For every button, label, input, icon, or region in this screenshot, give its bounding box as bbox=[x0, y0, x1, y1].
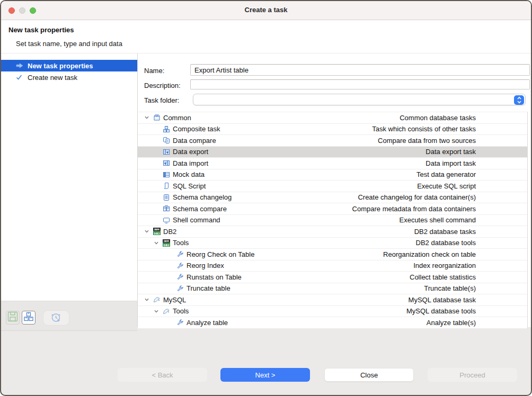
tree-row-reorg-index[interactable]: Reorg IndexIndex reorganization bbox=[138, 260, 527, 272]
tree-row-mock-data[interactable]: Mock dataTest data generator bbox=[138, 169, 527, 181]
save-task-button[interactable] bbox=[6, 311, 20, 325]
tree-row-description: Data export task bbox=[425, 148, 527, 156]
shell-command-icon bbox=[163, 217, 170, 224]
svg-text:IBM: IBM bbox=[154, 229, 159, 231]
schema-compare-icon bbox=[163, 205, 170, 212]
task-group-icon bbox=[23, 311, 34, 324]
tree-row-description: MySQL database task bbox=[409, 296, 527, 304]
tree-row-data-import[interactable]: Data importData import task bbox=[138, 158, 527, 169]
tree-row-reorg-check-on-table[interactable]: Reorg Check on TableReorganization check… bbox=[138, 249, 527, 260]
wizard-header: New task properties Set task name, type … bbox=[1, 20, 531, 53]
db2-icon: IBMDB2 bbox=[163, 239, 170, 247]
tree-row-description: Reorganization check on table bbox=[383, 250, 527, 258]
tree-row-label: Tools bbox=[173, 307, 189, 315]
tree-row-label: DB2 bbox=[163, 228, 176, 236]
tree-row-label: Data import bbox=[173, 159, 208, 167]
data-import-icon bbox=[163, 159, 170, 167]
chevron-down-icon[interactable] bbox=[143, 114, 150, 121]
tree-row-label: Data export bbox=[173, 148, 208, 156]
tree-row-tools[interactable]: IBMDB2ToolsDB2 database tools bbox=[138, 238, 527, 249]
tree-row-label: Schema compare bbox=[173, 205, 227, 213]
tree-row-schema-compare[interactable]: Schema compareCompare metadata from data… bbox=[138, 203, 527, 215]
schema-changelog-icon bbox=[163, 194, 170, 201]
scheduler-button[interactable] bbox=[43, 310, 69, 326]
tree-row-label: SQL Script bbox=[173, 182, 206, 190]
sql-script-icon bbox=[163, 182, 170, 190]
wizard-steps-sidebar: New task properties Create new task bbox=[1, 53, 137, 301]
mysql-icon bbox=[153, 296, 161, 303]
data-export-icon bbox=[163, 148, 170, 156]
tree-row-label: Runstats on Table bbox=[187, 273, 242, 281]
tree-row-label: Shell command bbox=[173, 216, 220, 224]
data-compare-icon bbox=[163, 137, 170, 144]
description-input[interactable] bbox=[190, 79, 530, 89]
task-folder-label: Task folder: bbox=[144, 96, 179, 104]
chevron-down-icon[interactable] bbox=[153, 239, 160, 247]
scheduler-icon bbox=[50, 311, 63, 326]
svg-text:DB2: DB2 bbox=[163, 244, 170, 247]
tree-row-shell-command[interactable]: Shell commandExecutes shell command bbox=[138, 215, 527, 227]
tree-row-db2[interactable]: IBMDB2DB2DB2 database tasks bbox=[138, 226, 527, 238]
step-label: New task properties bbox=[28, 62, 93, 70]
tree-row-description: Execute SQL script bbox=[417, 182, 527, 190]
tree-row-mysql[interactable]: MySQLMySQL database task bbox=[138, 294, 527, 306]
page-subtitle: Set task name, type and input data bbox=[16, 40, 122, 48]
tree-row-label: Composite task bbox=[173, 125, 220, 133]
tree-row-tools[interactable]: ToolsMySQL database tools bbox=[138, 306, 527, 318]
tree-row-schema-changelog[interactable]: Schema changelogCreate changelog for dat… bbox=[138, 192, 527, 204]
tree-row-label: Common bbox=[163, 114, 191, 122]
wrench-icon bbox=[176, 319, 184, 326]
tree-row-data-compare[interactable]: Data compareCompare data from two source… bbox=[138, 135, 527, 147]
close-button[interactable]: Close bbox=[324, 368, 414, 382]
tree-row-analyze-table[interactable]: Analyze tableAnalyze table(s) bbox=[138, 317, 527, 329]
chevron-down-icon[interactable] bbox=[153, 308, 160, 315]
tree-row-description: Truncate table(s) bbox=[424, 284, 527, 292]
package-icon bbox=[153, 114, 161, 121]
arrow-right-icon bbox=[15, 62, 24, 69]
step-label: Create new task bbox=[28, 74, 77, 82]
tree-row-description: DB2 database tasks bbox=[414, 228, 527, 236]
tree-row-description: Compare data from two sources bbox=[378, 137, 527, 145]
mock-data-icon bbox=[163, 171, 170, 178]
name-label: Name: bbox=[144, 67, 164, 75]
tree-row-description: DB2 database tools bbox=[416, 239, 527, 247]
task-group-button[interactable] bbox=[22, 311, 36, 325]
tree-row-label: Analyze table bbox=[187, 319, 228, 327]
wrench-icon bbox=[176, 285, 184, 292]
tree-row-common[interactable]: CommonCommon database tasks bbox=[138, 112, 527, 124]
next-button[interactable]: Next > bbox=[220, 368, 310, 382]
name-input[interactable] bbox=[190, 64, 530, 76]
tree-row-label: Reorg Index bbox=[187, 262, 224, 269]
tree-row-description: Executes shell command bbox=[399, 216, 527, 224]
chevron-down-icon[interactable] bbox=[143, 296, 150, 303]
tree-row-description: Compare metadata from data containers bbox=[352, 205, 527, 213]
tree-row-description: Common database tasks bbox=[400, 114, 527, 122]
composite-icon bbox=[163, 125, 170, 133]
task-properties-panel: Name: Description: Task folder: CommonCo… bbox=[137, 53, 531, 327]
wrench-icon bbox=[176, 250, 184, 258]
tree-row-composite-task[interactable]: Composite taskTask which consists of oth… bbox=[138, 124, 527, 136]
step-new-task-properties[interactable]: New task properties bbox=[1, 60, 137, 71]
page-title: New task properties bbox=[8, 26, 74, 34]
tree-row-description: Index reorganization bbox=[413, 262, 527, 269]
create-task-dialog: Create a task New task properties Set ta… bbox=[0, 0, 532, 396]
wrench-icon bbox=[176, 273, 184, 281]
tree-row-label: Mock data bbox=[173, 170, 205, 178]
tree-row-runstats-on-table[interactable]: Runstats on TableCollect table statistic… bbox=[138, 272, 527, 283]
tree-row-sql-script[interactable]: SQL ScriptExecute SQL script bbox=[138, 181, 527, 192]
step-create-new-task[interactable]: Create new task bbox=[1, 71, 137, 83]
tree-row-truncate-table[interactable]: Truncate tableTruncate table(s) bbox=[138, 283, 527, 295]
save-task-icon bbox=[7, 311, 19, 325]
proceed-button[interactable]: Proceed bbox=[428, 368, 517, 382]
tree-row-description: Collect table statistics bbox=[410, 273, 527, 281]
task-folder-select[interactable] bbox=[193, 94, 526, 105]
chevron-down-icon[interactable] bbox=[143, 228, 150, 235]
tree-row-label: Schema changelog bbox=[173, 193, 232, 201]
tree-row-data-export[interactable]: Data exportData export task bbox=[138, 147, 527, 158]
tree-row-description: Create changelog for data container(s) bbox=[358, 193, 527, 201]
back-button[interactable]: < Back bbox=[118, 368, 207, 382]
tree-row-label: Tools bbox=[173, 239, 189, 247]
tree-row-description: MySQL database tools bbox=[406, 307, 527, 315]
task-type-tree: CommonCommon database tasksComposite tas… bbox=[138, 112, 528, 329]
combo-stepper-icon[interactable] bbox=[514, 95, 524, 105]
